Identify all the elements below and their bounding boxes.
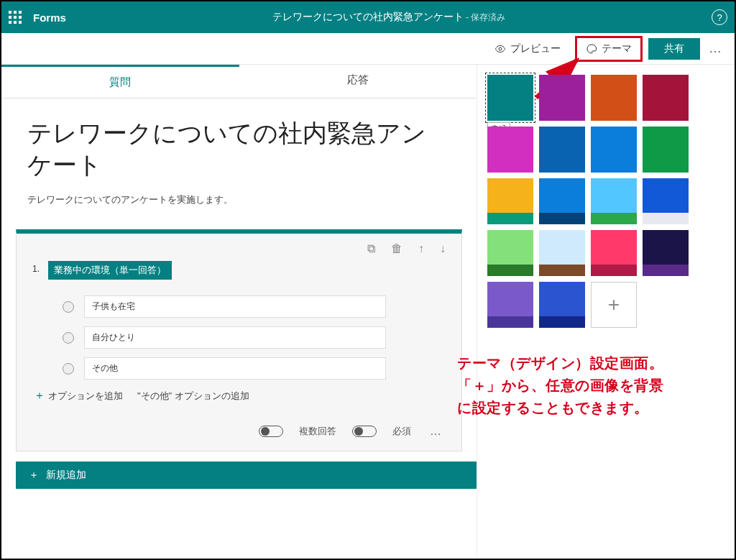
tab-responses[interactable]: 応答 xyxy=(239,65,477,98)
option-input[interactable]: その他 xyxy=(84,357,386,380)
theme-swatch[interactable] xyxy=(643,75,689,121)
question-row: 1. 業務中の環境（単一回答） xyxy=(32,261,446,280)
theme-image-tile[interactable] xyxy=(539,230,585,276)
option-row: 子供も在宅 xyxy=(63,295,446,318)
theme-image-tile[interactable] xyxy=(643,230,689,276)
theme-image-tile[interactable] xyxy=(591,230,637,276)
theme-image-tile[interactable] xyxy=(591,178,637,224)
main-area: 質問 応答 テレワークについての社内緊急アンケート テレワークについてのアンケー… xyxy=(1,65,735,559)
radio-icon xyxy=(63,363,74,375)
tab-questions[interactable]: 質問 xyxy=(1,65,239,98)
document-title: テレワークについての社内緊急アンケート - 保存済み xyxy=(66,11,712,24)
question-footer: 複数回答 必須 … xyxy=(32,425,446,438)
help-button[interactable]: ? xyxy=(712,9,727,25)
required-label: 必須 xyxy=(392,425,411,438)
option-input[interactable]: 自分ひとり xyxy=(84,326,386,349)
theme-swatch[interactable] xyxy=(487,127,533,173)
theme-image-tile[interactable] xyxy=(539,178,585,224)
add-theme-button[interactable]: + xyxy=(591,282,637,328)
preview-label: プレビュー xyxy=(510,42,561,55)
theme-image-tile[interactable] xyxy=(643,178,689,224)
more-actions-button[interactable]: … xyxy=(706,41,726,56)
form-title[interactable]: テレワークについての社内緊急アンケート xyxy=(27,117,451,180)
add-question-button[interactable]: ＋ 新規追加 xyxy=(16,462,477,489)
theme-image-tile[interactable] xyxy=(487,282,533,328)
add-option-row: ＋オプションを追加 "その他" オプションの追加 xyxy=(34,388,446,403)
theme-grid: 青緑+ xyxy=(487,75,724,328)
app-bar: Forms テレワークについての社内緊急アンケート - 保存済み ? xyxy=(1,1,735,33)
theme-image-tile[interactable] xyxy=(487,230,533,276)
plus-icon: ＋ xyxy=(29,469,39,482)
form-header[interactable]: テレワークについての社内緊急アンケート テレワークについてのアンケートを実施しま… xyxy=(1,98,477,216)
palette-icon xyxy=(586,43,597,55)
question-card: ⧉ 🗑 ↑ ↓ 1. 業務中の環境（単一回答） 子供も在宅 自分ひとり xyxy=(16,229,462,451)
form-description[interactable]: テレワークについてのアンケートを実施します。 xyxy=(27,193,451,206)
question-title-input[interactable]: 業務中の環境（単一回答） xyxy=(48,261,172,280)
option-row: その他 xyxy=(63,357,446,380)
product-name: Forms xyxy=(33,12,66,24)
copy-question-button[interactable]: ⧉ xyxy=(367,242,375,255)
required-toggle[interactable] xyxy=(352,426,377,437)
option-row: 自分ひとり xyxy=(63,326,446,349)
theme-label: テーマ xyxy=(602,42,632,55)
theme-swatch[interactable] xyxy=(539,75,585,121)
question-number: 1. xyxy=(32,261,40,274)
option-input[interactable]: 子供も在宅 xyxy=(84,295,386,318)
app-launcher-icon[interactable] xyxy=(9,11,22,24)
question-toolbar: ⧉ 🗑 ↑ ↓ xyxy=(32,242,446,255)
eye-icon xyxy=(494,43,506,55)
action-row: プレビュー テーマ 共有 … xyxy=(1,33,735,65)
add-question-label: 新規追加 xyxy=(46,469,86,482)
share-button[interactable]: 共有 xyxy=(648,38,700,60)
annotation-text: テーマ（デザイン）設定画面。 「＋」から、任意の画像を背景 に設定することもでき… xyxy=(457,352,663,419)
editor-column: 質問 応答 テレワークについての社内緊急アンケート テレワークについてのアンケー… xyxy=(1,65,477,559)
move-up-button[interactable]: ↑ xyxy=(418,242,424,255)
theme-image-tile[interactable] xyxy=(539,282,585,328)
options-list: 子供も在宅 自分ひとり その他 xyxy=(63,295,446,380)
theme-swatch[interactable] xyxy=(591,127,637,173)
add-option-button[interactable]: ＋オプションを追加 xyxy=(34,388,123,403)
radio-icon xyxy=(63,332,74,344)
editor-tabs: 質問 応答 xyxy=(1,65,477,98)
theme-swatch[interactable] xyxy=(591,75,637,121)
theme-swatch[interactable] xyxy=(643,127,689,173)
question-more-button[interactable]: … xyxy=(427,425,446,438)
multi-answer-toggle[interactable] xyxy=(259,426,283,437)
move-down-button[interactable]: ↓ xyxy=(440,242,446,255)
theme-swatch[interactable]: 青緑 xyxy=(487,75,533,121)
theme-swatch[interactable] xyxy=(539,127,585,173)
theme-image-tile[interactable] xyxy=(487,178,533,224)
radio-icon xyxy=(63,301,74,313)
multi-answer-label: 複数回答 xyxy=(299,425,336,438)
add-other-option-button[interactable]: "その他" オプションの追加 xyxy=(137,390,249,403)
theme-panel: 青緑+ テーマ（デザイン）設定画面。 「＋」から、任意の画像を背景 に設定するこ… xyxy=(477,65,735,559)
delete-question-button[interactable]: 🗑 xyxy=(391,242,402,255)
svg-point-0 xyxy=(499,47,502,50)
